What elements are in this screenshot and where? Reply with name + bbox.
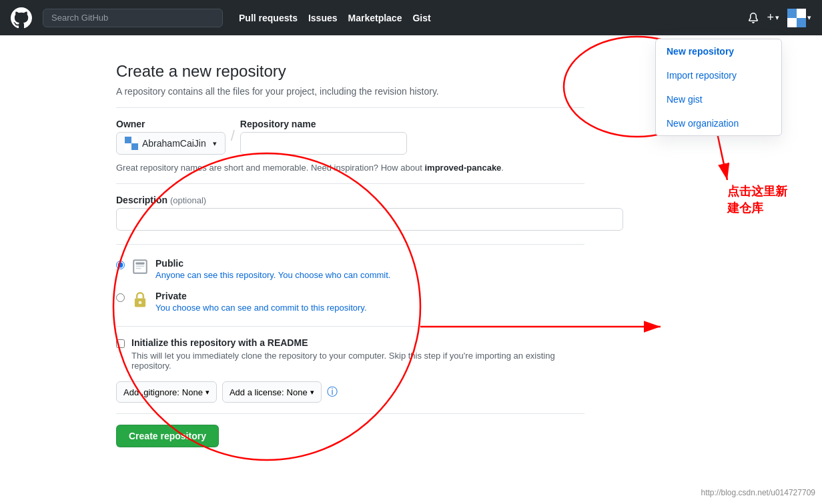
- nav-gist[interactable]: Gist: [412, 13, 430, 23]
- dropdown-import-repository[interactable]: Import repository: [656, 63, 781, 87]
- gitignore-select[interactable]: Add .gitignore: None ▾: [116, 381, 217, 403]
- repo-name-group: Repository name: [240, 119, 407, 155]
- search-input[interactable]: [43, 9, 223, 27]
- owner-caret: ▾: [213, 139, 217, 148]
- readme-content: Initialize this repository with a README…: [131, 337, 584, 371]
- description-group: Description (optional): [116, 195, 584, 231]
- nav-pull-requests[interactable]: Pull requests: [239, 13, 298, 23]
- repo-name-input[interactable]: [240, 132, 407, 155]
- description-input[interactable]: [116, 208, 623, 231]
- page-subtitle: A repository contains all the files for …: [116, 86, 584, 97]
- public-content: Public Anyone can see this repository. Y…: [155, 258, 390, 280]
- dropdowns-row: Add .gitignore: None ▾ Add a license: No…: [116, 381, 584, 403]
- nav-marketplace[interactable]: Marketplace: [348, 13, 402, 23]
- page-title: Create a new repository: [116, 62, 584, 81]
- owner-group: Owner AbrahamCaiJin ▾: [116, 119, 226, 155]
- private-repo-icon: [131, 291, 149, 308]
- visibility-group: Public Anyone can see this repository. Y…: [116, 258, 584, 313]
- dropdown-new-organization[interactable]: New organization: [656, 111, 781, 135]
- suggestion-text: Great repository names are short and mem…: [116, 163, 584, 173]
- mid-divider1: [116, 183, 584, 184]
- public-option: Public Anyone can see this repository. Y…: [116, 258, 584, 280]
- gitignore-label: Add .gitignore:: [123, 387, 179, 397]
- owner-avatar: [125, 137, 138, 150]
- private-radio[interactable]: [116, 293, 125, 302]
- owner-repo-row: Owner AbrahamCaiJin ▾ / Repository name: [116, 119, 584, 155]
- owner-label: Owner: [116, 119, 226, 129]
- footer-url: http://blog.csdn.net/u014727709: [701, 488, 815, 497]
- site-header: Pull requests Issues Marketplace Gist + …: [0, 0, 822, 35]
- owner-select[interactable]: AbrahamCaiJin ▾: [116, 132, 226, 155]
- mid-divider2: [116, 244, 584, 245]
- plus-caret: ▾: [775, 13, 779, 22]
- repo-name-label: Repository name: [240, 119, 407, 129]
- dropdown-new-gist[interactable]: New gist: [656, 87, 781, 111]
- page-wrapper: Pull requests Issues Marketplace Gist + …: [0, 0, 822, 504]
- dropdown-new-repository[interactable]: New repository: [656, 39, 781, 63]
- public-repo-icon: [131, 258, 149, 275]
- private-option: Private You choose who can see and commi…: [116, 291, 584, 313]
- bottom-divider: [116, 413, 584, 414]
- private-content: Private You choose who can see and commi…: [155, 291, 367, 313]
- slash-separator: /: [231, 129, 235, 145]
- main-nav: Pull requests Issues Marketplace Gist: [239, 13, 431, 23]
- readme-desc: This will let you immediately clone the …: [131, 351, 584, 371]
- github-logo[interactable]: [11, 7, 32, 29]
- readme-checkbox[interactable]: [116, 339, 125, 348]
- chinese-annotation: 点击这里新 建仓库: [727, 183, 787, 217]
- notifications-button[interactable]: [748, 13, 759, 23]
- gitignore-value: None: [182, 387, 203, 397]
- readme-title: Initialize this repository with a README: [131, 337, 584, 348]
- owner-name: AbrahamCaiJin: [142, 138, 206, 149]
- license-value: None: [287, 387, 308, 397]
- mid-divider3: [116, 326, 584, 327]
- readme-section: Initialize this repository with a README…: [116, 337, 584, 371]
- user-menu-button[interactable]: ▾: [787, 9, 811, 27]
- header-actions: + ▾ ▾: [748, 9, 811, 27]
- svg-rect-2: [136, 265, 145, 267]
- description-optional: (optional): [170, 195, 206, 205]
- info-icon[interactable]: ⓘ: [327, 385, 338, 399]
- license-label: Add a license:: [230, 387, 284, 397]
- license-caret: ▾: [310, 388, 314, 397]
- license-select[interactable]: Add a license: None ▾: [222, 381, 322, 403]
- nav-issues[interactable]: Issues: [308, 13, 338, 23]
- top-divider: [116, 107, 584, 108]
- svg-rect-1: [136, 263, 145, 265]
- new-repo-dropdown: New repository Import repository New gis…: [655, 39, 782, 136]
- private-desc: You choose who can see and commit to thi…: [155, 303, 367, 313]
- main-content: Create a new repository A repository con…: [0, 35, 600, 474]
- plus-icon: +: [767, 11, 774, 25]
- gitignore-caret: ▾: [206, 388, 210, 397]
- new-menu-button[interactable]: + ▾: [767, 11, 779, 25]
- svg-point-5: [139, 301, 142, 304]
- svg-rect-3: [136, 268, 141, 269]
- public-desc: Anyone can see this repository. You choo…: [155, 270, 390, 280]
- private-title: Private: [155, 291, 367, 301]
- avatar-caret: ▾: [807, 13, 811, 22]
- public-title: Public: [155, 258, 390, 269]
- public-radio[interactable]: [116, 261, 125, 269]
- suggestion-name: improved-pancake: [424, 163, 501, 173]
- description-label: Description (optional): [116, 195, 584, 205]
- create-repository-button[interactable]: Create repository: [116, 425, 219, 447]
- avatar: [787, 9, 806, 27]
